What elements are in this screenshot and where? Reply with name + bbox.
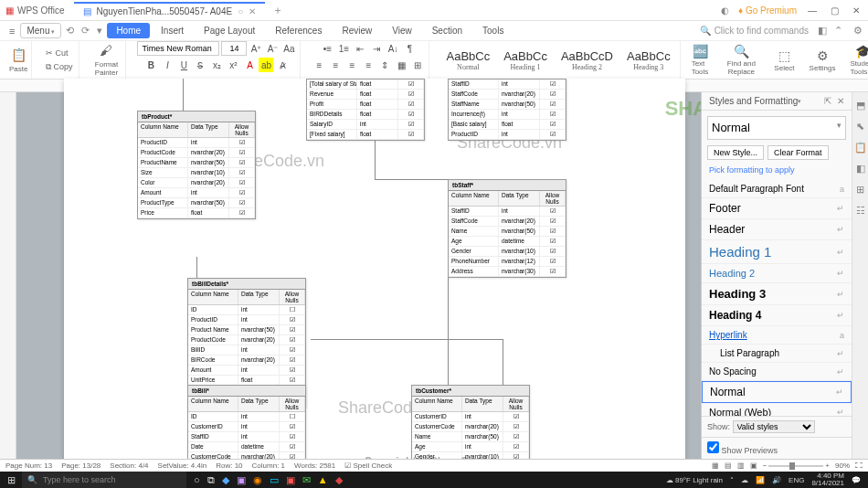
ribbon-collapse-icon[interactable]: ⌃	[834, 25, 842, 37]
avatar-icon[interactable]: ◐	[721, 5, 729, 16]
tray-notifications-icon[interactable]: 💬	[852, 476, 861, 484]
styleitem-hyperlink[interactable]: Hyperlinka	[702, 326, 852, 345]
rail-shapes-icon[interactable]: ◧	[856, 163, 865, 175]
tab-pagelayout[interactable]: Page Layout	[195, 23, 264, 38]
menu-button[interactable]: Menu	[20, 23, 61, 38]
sup-button[interactable]: x²	[226, 58, 240, 72]
settings-icon[interactable]: ⚙	[853, 25, 863, 37]
task-cortana-icon[interactable]: ○	[194, 474, 200, 486]
indent-icon[interactable]: ⇥	[369, 41, 384, 56]
tab-insert[interactable]: Insert	[152, 23, 193, 38]
table-staffref[interactable]: StaffIDint☑StaffCodenvarchar(20)☑StaffNa…	[448, 79, 566, 141]
tray-cloud-icon[interactable]: ☁	[741, 476, 748, 484]
panel-pin-icon[interactable]: ⇱	[824, 96, 831, 106]
align-right-icon[interactable]: ≡	[344, 58, 359, 72]
tab-section[interactable]: Section	[423, 23, 471, 38]
justify-icon[interactable]: ≡	[361, 58, 376, 72]
minimize-button[interactable]: —	[806, 5, 819, 16]
rail-props-icon[interactable]: ☷	[856, 205, 865, 217]
sub-button[interactable]: x₂	[209, 58, 224, 72]
tray-date[interactable]: 8/14/2021	[811, 480, 844, 487]
status-col[interactable]: Column: 1	[252, 461, 285, 470]
rail-select-icon[interactable]: ⬉	[856, 121, 864, 133]
styleitem-heading4[interactable]: Heading 4↵	[702, 305, 852, 326]
styleitem-listparagraph[interactable]: List Paragraph↵	[702, 345, 852, 363]
task-app4-icon[interactable]: ▭	[270, 474, 279, 486]
select-tool[interactable]: ⬚Select	[770, 48, 798, 72]
task-app6-icon[interactable]: ✉	[302, 474, 311, 486]
bullets-icon[interactable]: •≡	[320, 41, 334, 56]
styleitem-normal[interactable]: Normal↵	[702, 381, 852, 403]
styleitem-normalweb[interactable]: Normal (Web)↵	[702, 403, 852, 416]
table-salary[interactable]: [Total salary of Staff]float☑Revenuefloa…	[306, 79, 425, 141]
styleitem-header[interactable]: Header↵	[702, 219, 852, 240]
style-heading3[interactable]: AaBbCcHeading 3	[621, 48, 676, 73]
font-size-input[interactable]	[221, 41, 247, 56]
student-tools[interactable]: 🎓Student Tools	[847, 44, 869, 76]
maximize-button[interactable]: ▢	[828, 5, 841, 16]
clear-format-button[interactable]: Clear Format	[767, 145, 829, 160]
fit-icon[interactable]: ⛶	[855, 461, 863, 470]
styles-gallery[interactable]: AaBbCcNormalAaBbCcHeading 1AaBbCcDHeadin…	[437, 41, 680, 79]
task-app1-icon[interactable]: ◆	[222, 474, 229, 486]
change-case-icon[interactable]: Aa	[281, 41, 296, 56]
style-list[interactable]: Default Paragraph FontaFooter↵Header↵Hea…	[702, 180, 852, 416]
paste-group[interactable]: 📋 Paste	[5, 41, 32, 79]
zoom-slider[interactable]: − +	[763, 461, 830, 470]
italic-button[interactable]: I	[160, 58, 175, 72]
numbering-icon[interactable]: 1≡	[336, 41, 351, 56]
style-heading1[interactable]: AaBbCcHeading 1	[498, 48, 553, 73]
marks-icon[interactable]: ¶	[402, 41, 417, 56]
show-select[interactable]: Valid styles	[733, 420, 815, 433]
status-section[interactable]: Section: 4/4	[110, 461, 148, 470]
weather-widget[interactable]: ☁ 89°F Light rain	[666, 476, 723, 484]
view-outline-icon[interactable]: ▥	[737, 461, 745, 470]
nav-fwd-icon[interactable]: ⟳	[79, 25, 92, 37]
highlight-icon[interactable]: ab	[259, 58, 273, 72]
status-pagenum[interactable]: Page Num: 13	[5, 461, 52, 470]
task-app2-icon[interactable]: ▣	[237, 474, 246, 486]
style-normal[interactable]: AaBbCcNormal	[440, 48, 495, 73]
underline-button[interactable]: U	[176, 58, 191, 72]
tab-tools[interactable]: Tools	[473, 23, 513, 38]
line-spacing-icon[interactable]: ⇕	[377, 58, 392, 72]
settings-tool[interactable]: ⚙Settings	[806, 48, 840, 72]
save-icon[interactable]: ▾	[94, 25, 105, 37]
strike-button[interactable]: S̶	[193, 58, 207, 72]
document-tab[interactable]: ▤ NguyenTienPha...5050457- A04E ○ ✕	[74, 2, 266, 19]
status-setval[interactable]: SetValue: 4.4in	[158, 461, 207, 470]
text-tools[interactable]: 🔤Text Tools	[688, 44, 713, 76]
tab-review[interactable]: Review	[333, 23, 381, 38]
rail-nav-icon[interactable]: ⊞	[856, 184, 864, 196]
status-pages[interactable]: Page: 13/28	[61, 461, 101, 470]
table-staff[interactable]: tbStaff*Column NameData TypeAllow NullsS…	[448, 179, 566, 278]
smart-search[interactable]: 🔍 Click to find commands	[700, 26, 809, 36]
panel-close-icon[interactable]: ✕	[837, 96, 844, 106]
tray-lang[interactable]: ENG	[789, 476, 804, 484]
tab-close-icon[interactable]: ✕	[249, 6, 256, 16]
tab-home[interactable]: Home	[107, 23, 150, 38]
task-app3-icon[interactable]: ◉	[253, 474, 262, 486]
task-app7-icon[interactable]: ▲	[318, 474, 328, 486]
styleitem-heading1[interactable]: Heading 1↵	[702, 240, 852, 264]
taskbar-search[interactable]: 🔍 Type here to search	[22, 472, 186, 488]
zoom-value[interactable]: 90%	[835, 461, 850, 470]
font-name-input[interactable]	[137, 41, 219, 56]
document-page[interactable]: SHARECODE.vn ShareCode.vn ShareCode.vn S…	[64, 79, 685, 488]
table-product[interactable]: tbProduct*Column NameData TypeAllow Null…	[137, 111, 256, 219]
style-heading2[interactable]: AaBbCcDHeading 2	[556, 48, 619, 73]
tray-up-icon[interactable]: ˄	[730, 476, 734, 484]
rail-styles-icon[interactable]: ⬒	[856, 100, 865, 111]
align-left-icon[interactable]: ≡	[312, 58, 326, 72]
hamburger-icon[interactable]: ≡	[5, 26, 18, 37]
tab-view[interactable]: View	[383, 23, 421, 38]
tray-wifi-icon[interactable]: 📶	[756, 476, 765, 484]
align-center-icon[interactable]: ≡	[328, 58, 343, 72]
shading-icon[interactable]: ▦	[394, 58, 408, 72]
find-replace[interactable]: 🔍Find and Replace	[719, 44, 763, 76]
start-button[interactable]: ⊞	[0, 474, 22, 486]
outdent-icon[interactable]: ⇤	[353, 41, 367, 56]
new-style-button[interactable]: New Style...	[707, 145, 764, 160]
view-print-icon[interactable]: ▦	[712, 461, 719, 470]
styleitem-heading2[interactable]: Heading 2↵	[702, 264, 852, 283]
